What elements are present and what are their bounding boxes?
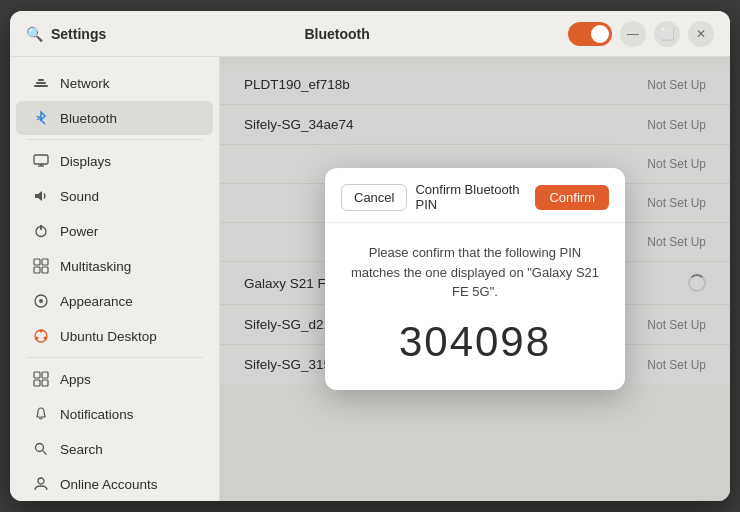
minimize-button[interactable]: — <box>620 21 646 47</box>
sidebar-item-label: Search <box>60 442 103 457</box>
confirm-button[interactable]: Confirm <box>535 185 609 210</box>
svg-rect-19 <box>34 372 40 378</box>
dialog-header: Cancel Confirm Bluetooth PIN Confirm <box>325 168 625 223</box>
app-window: 🔍 Settings Bluetooth — ⬜ ✕ Network Bl <box>10 11 730 501</box>
dialog-description: Please confirm that the following PIN ma… <box>345 243 605 302</box>
multitasking-icon <box>32 257 50 275</box>
sidebar-item-label: Sound <box>60 189 99 204</box>
sidebar-item-bluetooth[interactable]: Bluetooth <box>16 101 213 135</box>
titlebar-left: 🔍 Settings <box>26 26 106 42</box>
settings-title: Settings <box>51 26 106 42</box>
sidebar-item-multitasking[interactable]: Multitasking <box>16 249 213 283</box>
sidebar-item-network[interactable]: Network <box>16 66 213 100</box>
sidebar-item-sound[interactable]: Sound <box>16 179 213 213</box>
titlebar-right: — ⬜ ✕ <box>568 21 714 47</box>
sidebar-item-label: Multitasking <box>60 259 131 274</box>
sidebar-item-label: Bluetooth <box>60 111 117 126</box>
sidebar-item-label: Apps <box>60 372 91 387</box>
cancel-button[interactable]: Cancel <box>341 184 407 211</box>
search-sidebar-icon <box>32 440 50 458</box>
svg-point-25 <box>38 478 44 484</box>
confirm-pin-dialog: Cancel Confirm Bluetooth PIN Confirm Ple… <box>325 168 625 390</box>
svg-rect-20 <box>42 372 48 378</box>
dialog-title: Confirm Bluetooth PIN <box>415 182 527 212</box>
notifications-icon <box>32 405 50 423</box>
sidebar-item-label: Displays <box>60 154 111 169</box>
svg-rect-9 <box>34 259 40 265</box>
sidebar-item-search[interactable]: Search <box>16 432 213 466</box>
sidebar-item-power[interactable]: Power <box>16 214 213 248</box>
divider <box>26 139 203 140</box>
svg-rect-0 <box>34 85 48 87</box>
online-accounts-icon <box>32 475 50 493</box>
svg-point-16 <box>40 330 43 333</box>
sidebar-item-appearance[interactable]: Appearance <box>16 284 213 318</box>
sound-icon <box>32 187 50 205</box>
dialog-body: Please confirm that the following PIN ma… <box>325 223 625 390</box>
svg-rect-21 <box>34 380 40 386</box>
maximize-button[interactable]: ⬜ <box>654 21 680 47</box>
power-icon <box>32 222 50 240</box>
displays-icon <box>32 152 50 170</box>
svg-rect-1 <box>36 82 46 84</box>
sidebar-item-label: Network <box>60 76 110 91</box>
window-title: Bluetooth <box>304 26 369 42</box>
sidebar-item-label: Appearance <box>60 294 133 309</box>
divider <box>26 357 203 358</box>
bluetooth-toggle[interactable] <box>568 22 612 46</box>
sidebar-item-displays[interactable]: Displays <box>16 144 213 178</box>
svg-point-14 <box>39 299 43 303</box>
search-icon: 🔍 <box>26 26 43 42</box>
sidebar-item-label: Online Accounts <box>60 477 158 492</box>
sidebar-item-notifications[interactable]: Notifications <box>16 397 213 431</box>
sidebar-item-label: Power <box>60 224 98 239</box>
titlebar: 🔍 Settings Bluetooth — ⬜ ✕ <box>10 11 730 57</box>
svg-rect-11 <box>34 267 40 273</box>
svg-rect-10 <box>42 259 48 265</box>
sidebar: Network Bluetooth Displays Sound <box>10 57 220 501</box>
apps-icon <box>32 370 50 388</box>
sidebar-item-ubuntu-desktop[interactable]: Ubuntu Desktop <box>16 319 213 353</box>
svg-point-18 <box>36 337 39 340</box>
svg-marker-6 <box>35 191 42 201</box>
dialog-overlay: Cancel Confirm Bluetooth PIN Confirm Ple… <box>220 57 730 501</box>
sidebar-item-label: Ubuntu Desktop <box>60 329 157 344</box>
svg-point-17 <box>44 337 47 340</box>
svg-point-23 <box>36 444 44 452</box>
bluetooth-icon <box>32 109 50 127</box>
sidebar-item-apps[interactable]: Apps <box>16 362 213 396</box>
appearance-icon <box>32 292 50 310</box>
svg-rect-3 <box>34 155 48 164</box>
svg-rect-12 <box>42 267 48 273</box>
sidebar-item-label: Notifications <box>60 407 134 422</box>
svg-rect-22 <box>42 380 48 386</box>
dialog-pin: 304098 <box>345 318 605 366</box>
content-area: Network Bluetooth Displays Sound <box>10 57 730 501</box>
close-button[interactable]: ✕ <box>688 21 714 47</box>
svg-line-24 <box>43 451 47 455</box>
network-icon <box>32 74 50 92</box>
sidebar-item-online-accounts[interactable]: Online Accounts <box>16 467 213 501</box>
ubuntu-icon <box>32 327 50 345</box>
main-content: PLDT190_ef718b Not Set Up Sifely-SG_34ae… <box>220 57 730 501</box>
svg-rect-2 <box>38 79 44 81</box>
